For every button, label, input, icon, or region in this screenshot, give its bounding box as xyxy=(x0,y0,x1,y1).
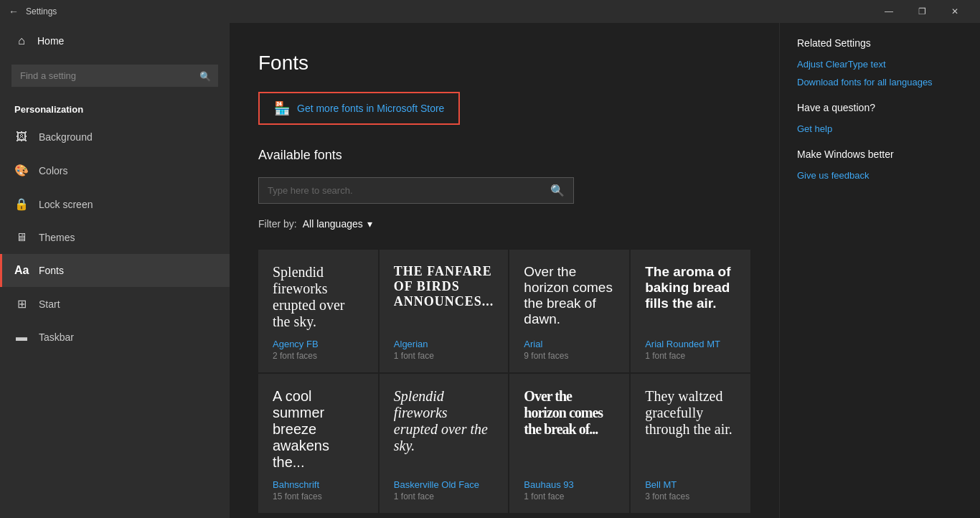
sidebar-item-label: Colors xyxy=(39,165,67,176)
font-card-bahnschrift[interactable]: A cool summer breeze awakens the... Bahn… xyxy=(258,374,378,513)
download-fonts-link[interactable]: Download fonts for all languages xyxy=(797,77,963,88)
search-input[interactable] xyxy=(11,65,218,87)
font-faces: 2 font faces xyxy=(273,351,364,361)
font-card-bauhaus[interactable]: Over the horizon comes the break of... B… xyxy=(509,374,629,513)
minimize-button[interactable]: — xyxy=(872,0,905,23)
font-card-arial-rounded[interactable]: The aroma of baking bread fills the air.… xyxy=(631,250,750,372)
ms-store-label: Get more fonts in Microsoft Store xyxy=(297,103,444,114)
available-fonts-title: Available fonts xyxy=(258,148,750,163)
get-help-link[interactable]: Get help xyxy=(797,123,963,134)
sidebar-item-fonts[interactable]: Aa Fonts xyxy=(0,254,230,287)
sidebar-item-label: Lock screen xyxy=(39,199,93,210)
sidebar-item-label: Taskbar xyxy=(39,331,74,343)
have-question-title: Have a question? xyxy=(797,102,963,113)
sidebar-item-start[interactable]: ⊞ Start xyxy=(0,287,230,321)
ms-store-button[interactable]: 🏪 Get more fonts in Microsoft Store xyxy=(258,92,460,125)
maximize-button[interactable]: ❐ xyxy=(905,0,938,23)
font-preview: THE FANFARE OF BIRDS ANNOUNCES... xyxy=(394,264,494,330)
home-icon: ⌂ xyxy=(14,34,29,47)
sidebar: ⌂ Home 🔍 Personalization 🖼 Background 🎨 … xyxy=(0,23,230,518)
titlebar: ← Settings — ❐ ✕ xyxy=(0,0,980,23)
titlebar-title: Settings xyxy=(26,6,872,17)
font-name: Algerian xyxy=(394,339,494,349)
font-search-bar: 🔍 xyxy=(258,177,574,204)
back-button[interactable]: ← xyxy=(9,6,19,17)
font-faces: 9 font faces xyxy=(524,351,615,361)
font-card-bell-mt[interactable]: They waltzed gracefully through the air.… xyxy=(631,374,750,513)
sidebar-item-taskbar[interactable]: ▬ Taskbar xyxy=(0,321,230,354)
font-faces: 1 font face xyxy=(645,351,736,361)
make-better-title: Make Windows better xyxy=(797,149,963,160)
close-button[interactable]: ✕ xyxy=(938,0,971,23)
taskbar-icon: ▬ xyxy=(14,331,29,344)
sidebar-item-background[interactable]: 🖼 Background xyxy=(0,121,230,154)
font-preview: Over the horizon comes the break of... xyxy=(524,388,615,471)
sidebar-item-label: Background xyxy=(39,131,93,143)
filter-row: Filter by: All languages ▾ xyxy=(258,218,750,230)
font-faces: 15 font faces xyxy=(273,491,364,501)
sidebar-item-label: Fonts xyxy=(39,265,64,276)
filter-dropdown[interactable]: All languages ▾ xyxy=(303,218,372,230)
font-preview: Splendid fireworks erupted over the sky. xyxy=(273,264,364,330)
font-preview: A cool summer breeze awakens the... xyxy=(273,388,364,471)
sidebar-item-label: Themes xyxy=(39,232,75,243)
app-body: ⌂ Home 🔍 Personalization 🖼 Background 🎨 … xyxy=(0,23,980,518)
font-name: Bauhaus 93 xyxy=(524,479,615,490)
fonts-icon: Aa xyxy=(14,264,29,277)
font-faces: 1 font face xyxy=(524,491,615,501)
font-name: Agency FB xyxy=(273,339,364,349)
search-icon: 🔍 xyxy=(199,70,211,81)
colors-icon: 🎨 xyxy=(14,164,29,177)
themes-icon: 🖥 xyxy=(14,231,29,244)
home-label: Home xyxy=(37,35,64,47)
font-name: Bell MT xyxy=(645,479,736,490)
font-search-input[interactable] xyxy=(259,179,542,202)
background-icon: 🖼 xyxy=(14,131,29,143)
font-faces: 1 font face xyxy=(394,491,494,501)
sidebar-item-themes[interactable]: 🖥 Themes xyxy=(0,221,230,254)
start-icon: ⊞ xyxy=(14,297,29,311)
sidebar-item-colors[interactable]: 🎨 Colors xyxy=(0,154,230,187)
font-preview: Over the horizon comes the break of dawn… xyxy=(524,264,615,330)
page-title: Fonts xyxy=(258,52,750,75)
related-settings-title: Related Settings xyxy=(797,37,963,49)
sidebar-search: 🔍 xyxy=(11,65,218,87)
window-controls: — ❐ ✕ xyxy=(872,0,971,23)
sidebar-item-lock-screen[interactable]: 🔒 Lock screen xyxy=(0,187,230,221)
font-name: Arial xyxy=(524,339,615,349)
lock-screen-icon: 🔒 xyxy=(14,197,29,211)
sidebar-item-label: Start xyxy=(39,298,60,310)
main-content: Fonts 🏪 Get more fonts in Microsoft Stor… xyxy=(230,23,779,518)
font-grid: Splendid fireworks erupted over the sky.… xyxy=(258,250,750,513)
adjust-cleartype-link[interactable]: Adjust ClearType text xyxy=(797,59,963,70)
font-preview: They waltzed gracefully through the air. xyxy=(645,388,736,471)
font-search-icon: 🔍 xyxy=(542,178,573,203)
font-faces: 1 font face xyxy=(394,351,494,361)
font-preview: The aroma of baking bread fills the air. xyxy=(645,264,736,330)
store-icon: 🏪 xyxy=(274,100,290,116)
filter-label: Filter by: xyxy=(258,218,297,230)
font-preview: Splendid fireworks erupted over the sky. xyxy=(394,388,494,471)
font-card-arial[interactable]: Over the horizon comes the break of dawn… xyxy=(509,250,629,372)
font-faces: 3 font faces xyxy=(645,491,736,501)
font-name: Baskerville Old Face xyxy=(394,479,494,490)
home-nav-item[interactable]: ⌂ Home xyxy=(0,23,230,59)
font-card-baskerville[interactable]: Splendid fireworks erupted over the sky.… xyxy=(380,374,509,513)
font-name: Bahnschrift xyxy=(273,479,364,490)
give-feedback-link[interactable]: Give us feedback xyxy=(797,170,963,181)
font-card-algerian[interactable]: THE FANFARE OF BIRDS ANNOUNCES... Algeri… xyxy=(380,250,509,372)
font-card-agency-fb[interactable]: Splendid fireworks erupted over the sky.… xyxy=(258,250,378,372)
filter-value: All languages xyxy=(303,218,363,230)
font-name: Arial Rounded MT xyxy=(645,339,736,349)
chevron-down-icon: ▾ xyxy=(367,218,372,230)
right-panel: Related Settings Adjust ClearType text D… xyxy=(779,23,980,518)
sidebar-section-title: Personalization xyxy=(0,98,230,121)
